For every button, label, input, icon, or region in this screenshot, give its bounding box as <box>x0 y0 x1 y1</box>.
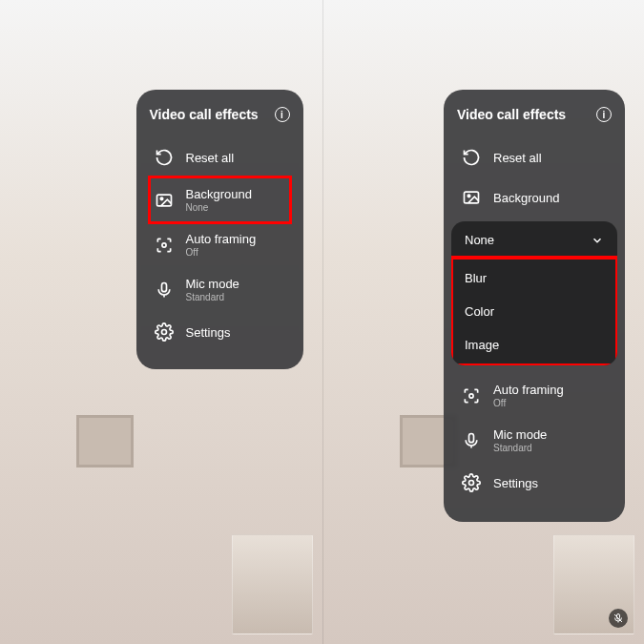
background-item-expanded[interactable]: Background <box>457 177 612 218</box>
reset-all-item[interactable]: Reset all <box>457 137 612 177</box>
svg-point-6 <box>467 195 470 197</box>
background-submenu: None Blur Color Image <box>451 221 617 365</box>
autoframing-label: Auto framing <box>186 232 257 246</box>
pip-self-view[interactable] <box>232 534 313 634</box>
settings-item[interactable]: Settings <box>150 312 290 352</box>
micmode-value: Standard <box>186 292 239 302</box>
micmode-item[interactable]: Mic mode Standard <box>150 267 290 312</box>
background-item[interactable]: Background None <box>150 177 290 222</box>
autoframing-value: Off <box>186 247 257 258</box>
settings-label: Settings <box>493 476 538 490</box>
autoframing-icon <box>154 235 175 256</box>
background-value: None <box>186 202 252 213</box>
micmode-value: Standard <box>493 443 547 453</box>
autoframing-value: Off <box>493 398 564 408</box>
svg-rect-3 <box>161 282 166 291</box>
pip-self-view[interactable] <box>553 534 634 634</box>
micmode-item[interactable]: Mic mode Standard <box>457 418 612 463</box>
submenu-options: Blur Color Image <box>451 258 617 365</box>
gear-icon <box>461 472 482 493</box>
svg-rect-8 <box>469 433 474 442</box>
micmode-label: Mic mode <box>493 427 547 442</box>
chevron-down-icon <box>591 234 604 247</box>
panel-header: Video call effects i <box>457 107 612 122</box>
autoframing-item[interactable]: Auto framing Off <box>457 373 612 418</box>
svg-point-4 <box>161 330 166 335</box>
submenu-selected[interactable]: None <box>451 221 617 258</box>
reset-icon <box>154 147 175 168</box>
reset-label: Reset all <box>493 151 542 165</box>
panel-title: Video call effects <box>150 107 267 122</box>
svg-point-1 <box>160 197 163 200</box>
settings-label: Settings <box>186 325 231 340</box>
background-icon <box>461 187 482 208</box>
settings-item[interactable]: Settings <box>457 463 612 503</box>
mic-icon <box>461 430 482 451</box>
right-screenshot: Video call effects i Reset all <box>322 0 645 644</box>
gear-icon <box>154 322 175 343</box>
background-icon <box>154 190 175 211</box>
micmode-label: Mic mode <box>186 277 239 291</box>
reset-all-item[interactable]: Reset all <box>150 137 290 177</box>
reset-icon <box>461 147 482 168</box>
reset-label: Reset all <box>186 151 235 165</box>
autoframing-item[interactable]: Auto framing Off <box>150 222 290 267</box>
wall-vent <box>76 415 134 467</box>
svg-point-9 <box>469 481 474 486</box>
mic-mute-icon[interactable] <box>609 609 628 628</box>
submenu-option-color[interactable]: Color <box>451 295 617 328</box>
info-icon[interactable]: i <box>596 107 612 122</box>
panel-header: Video call effects i <box>150 107 290 122</box>
background-label: Background <box>186 187 252 201</box>
svg-point-7 <box>469 393 473 397</box>
autoframing-icon <box>461 385 482 406</box>
submenu-option-image[interactable]: Image <box>451 328 617 362</box>
autoframing-label: Auto framing <box>493 383 564 397</box>
background-label: Background <box>493 191 559 205</box>
left-screenshot: Video call effects i Reset all <box>0 0 322 644</box>
submenu-option-blur[interactable]: Blur <box>451 261 617 295</box>
svg-point-2 <box>161 242 165 246</box>
panel-title: Video call effects <box>457 107 589 122</box>
submenu-selected-label: None <box>465 233 494 247</box>
effects-panel-expanded: Video call effects i Reset all <box>444 90 625 522</box>
mic-icon <box>154 280 175 301</box>
effects-panel: Video call effects i Reset all <box>136 90 303 369</box>
info-icon[interactable]: i <box>275 107 290 122</box>
